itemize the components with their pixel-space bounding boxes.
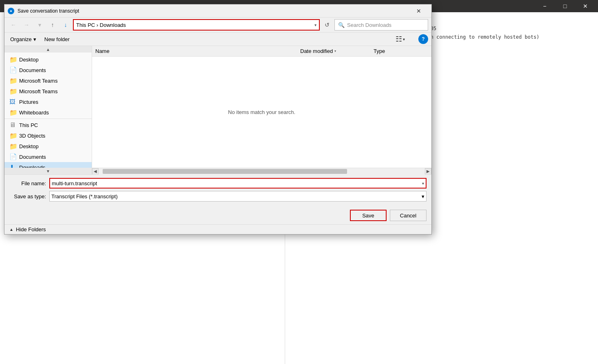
sidebar-item-desktop-label: Desktop xyxy=(19,57,39,63)
help-button[interactable]: ? xyxy=(418,34,428,44)
save-button[interactable]: Save xyxy=(350,210,387,221)
app-close-button[interactable]: ✕ xyxy=(576,0,595,12)
dialog-filelist: Name Date modified ▾ Type No items match… xyxy=(92,46,431,174)
dialog-second-toolbar: Organize ▾ New folder ☷▾ ? xyxy=(4,33,431,46)
sidebar-items: 📁 Desktop 📄 Documents 📁 Microsoft Teams … xyxy=(4,53,92,174)
sidebar-item-desktop2[interactable]: 📁 Desktop xyxy=(4,141,92,151)
address-dropdown-icon: ▾ xyxy=(314,23,317,27)
savetype-select[interactable]: Transcript Files (*.transcript) ▾ xyxy=(49,191,427,202)
scroll-left-button[interactable]: ◀ xyxy=(92,168,99,175)
sidebar-item-documents[interactable]: 📄 Documents xyxy=(4,65,92,75)
doc-icon: 📄 xyxy=(9,66,17,74)
folder-blue-icon: 📁 xyxy=(9,56,17,63)
savetype-row: Save as type: Transcript Files (*.transc… xyxy=(9,191,427,202)
horizontal-scrollbar[interactable]: ◀ ▶ xyxy=(92,168,431,174)
sidebar-item-whiteboards[interactable]: 📁 Whiteboards xyxy=(4,107,92,118)
address-bar[interactable]: This PC › Downloads ▾ xyxy=(73,19,320,31)
sidebar-item-msteams1-label: Microsoft Teams xyxy=(19,78,57,84)
sidebar-item-desktop[interactable]: 📁 Desktop xyxy=(4,54,92,65)
filename-label: File name: xyxy=(9,180,46,186)
scroll-track[interactable] xyxy=(99,168,425,175)
col-type[interactable]: Type xyxy=(370,46,431,56)
folder-3d-icon: 📁 xyxy=(9,132,17,139)
filename-input[interactable]: multi-turn.transcript ▾ xyxy=(49,178,427,189)
folder-yellow-icon-3: 📁 xyxy=(9,109,17,116)
sidebar-item-this-pc-label: This PC xyxy=(19,122,38,128)
sidebar-item-documents2[interactable]: 📄 Documents xyxy=(4,151,92,162)
file-save-dialog: ● Save conversation transcript ✕ ← → ▾ ↑… xyxy=(4,4,432,235)
sidebar-item-whiteboards-label: Whiteboards xyxy=(19,110,49,116)
sidebar-item-desktop2-label: Desktop xyxy=(19,143,39,149)
search-box[interactable]: 🔍 Search Downloads xyxy=(334,19,428,31)
dialog-close-button[interactable]: ✕ xyxy=(409,5,428,17)
nav-dropdown-button[interactable]: ▾ xyxy=(34,19,45,31)
cancel-button[interactable]: Cancel xyxy=(390,210,427,221)
dialog-title-text: Save conversation transcript xyxy=(18,8,406,14)
sidebar-item-3d-objects[interactable]: 📁 3D Objects xyxy=(4,130,92,141)
pictures-icon: 🖼 xyxy=(9,98,17,105)
filelist-header: Name Date modified ▾ Type xyxy=(92,46,431,57)
sidebar-scroll-up[interactable]: ▲ xyxy=(4,46,92,53)
view-toggle-button[interactable]: ☷▾ xyxy=(396,34,415,44)
savetype-value: Transcript Files (*.transcript) xyxy=(51,193,118,200)
folder-yellow-icon-2: 📁 xyxy=(9,88,17,95)
scroll-right-button[interactable]: ▶ xyxy=(425,168,431,175)
organize-button[interactable]: Organize ▾ xyxy=(8,34,39,44)
refresh-button[interactable]: ↺ xyxy=(321,19,333,31)
savetype-label: Save as type: xyxy=(9,193,46,200)
nav-back-button[interactable]: ← xyxy=(8,19,19,31)
search-icon: 🔍 xyxy=(338,22,345,28)
sidebar-item-documents2-label: Documents xyxy=(19,154,46,160)
dialog-titlebar: ● Save conversation transcript ✕ xyxy=(4,4,431,18)
folder-yellow-icon-1: 📁 xyxy=(9,77,17,84)
sidebar-item-msteams2-label: Microsoft Teams xyxy=(19,88,57,94)
sidebar-item-this-pc[interactable]: 🖥 This PC xyxy=(4,120,92,130)
nav-download-button[interactable]: ↓ xyxy=(60,19,71,31)
hide-folders-button[interactable]: Hide Folders xyxy=(16,226,46,232)
filename-dropdown-icon: ▾ xyxy=(422,181,424,186)
nav-up-button[interactable]: ↑ xyxy=(47,19,58,31)
dialog-nav-toolbar: ← → ▾ ↑ ↓ This PC › Downloads ▾ ↺ 🔍 Sear… xyxy=(4,18,431,33)
col-date[interactable]: Date modified ▾ xyxy=(297,46,370,56)
filename-row: File name: multi-turn.transcript ▾ xyxy=(9,178,427,189)
monitor-icon: 🖥 xyxy=(9,121,17,129)
hide-folders-arrow-icon: ▲ xyxy=(9,227,13,232)
dialog-title-icon: ● xyxy=(8,8,14,14)
doc2-icon: 📄 xyxy=(9,153,17,160)
scroll-thumb[interactable] xyxy=(103,169,347,174)
sidebar-item-msteams-1[interactable]: 📁 Microsoft Teams xyxy=(4,75,92,86)
dialog-inputs: File name: multi-turn.transcript ▾ Save … xyxy=(4,174,431,207)
dialog-content: ▲ 📁 Desktop 📄 Documents 📁 Microsoft Team… xyxy=(4,46,431,174)
maximize-button[interactable]: □ xyxy=(556,0,574,12)
savetype-dropdown-icon: ▾ xyxy=(422,193,424,200)
minimize-button[interactable]: − xyxy=(535,0,554,12)
sidebar-item-pictures-label: Pictures xyxy=(19,99,38,105)
filelist-empty-message: No items match your search. xyxy=(92,57,431,168)
sidebar-item-3dobjects-label: 3D Objects xyxy=(19,133,45,139)
sidebar-item-documents-label: Documents xyxy=(19,67,46,73)
sidebar-item-pictures[interactable]: 🖼 Pictures xyxy=(4,96,92,107)
address-text: This PC › Downloads xyxy=(76,22,312,28)
sidebar-item-msteams-2[interactable]: 📁 Microsoft Teams xyxy=(4,86,92,96)
search-placeholder: Search Downloads xyxy=(347,22,424,28)
col-name[interactable]: Name xyxy=(92,46,297,56)
sidebar-scroll-down[interactable]: ▼ xyxy=(4,168,92,174)
dialog-sidebar: ▲ 📁 Desktop 📄 Documents 📁 Microsoft Team… xyxy=(4,46,92,174)
new-folder-button[interactable]: New folder xyxy=(42,34,72,44)
filename-value: multi-turn.transcript xyxy=(52,180,97,186)
dialog-actions: Save Cancel xyxy=(4,207,431,224)
hide-folders-row: ▲ Hide Folders xyxy=(4,224,431,234)
sort-arrow: ▾ xyxy=(334,49,336,53)
folder-desktop2-icon: 📁 xyxy=(9,143,17,150)
nav-forward-button[interactable]: → xyxy=(21,19,32,31)
